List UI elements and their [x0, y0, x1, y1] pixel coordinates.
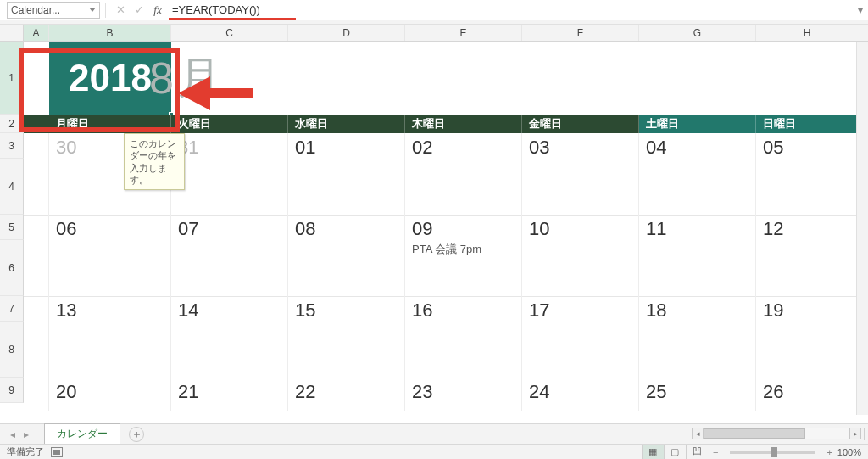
view-normal-button[interactable]: ▦: [642, 445, 664, 459]
row-header-5[interactable]: 5: [0, 215, 24, 240]
day-cell[interactable]: 14: [171, 296, 288, 378]
day-cell[interactable]: 23: [405, 378, 522, 411]
day-cell[interactable]: 31: [171, 133, 288, 215]
hscroll-left-icon[interactable]: ◂: [692, 428, 704, 439]
weekday-label: 金曜日: [529, 116, 562, 132]
day-cell[interactable]: 04: [639, 133, 756, 215]
day-cell[interactable]: 07: [171, 215, 288, 296]
col-A-spacer[interactable]: [24, 296, 49, 378]
day-cell[interactable]: 09 PTA 会議 7pm: [405, 215, 522, 296]
view-page-break-button[interactable]: 凹: [686, 445, 708, 459]
day-number: 02: [412, 137, 515, 159]
weekday-thu[interactable]: 木曜日: [405, 115, 522, 133]
day-cell[interactable]: 08: [288, 215, 405, 296]
tooltip-text: このカレンダーの年を入力します。: [130, 138, 176, 185]
horizontal-scrollbar[interactable]: ◂ ▸: [692, 428, 861, 439]
day-cell[interactable]: 18: [639, 296, 756, 378]
col-A-row1[interactable]: [24, 42, 49, 115]
name-box-dropdown-icon[interactable]: [89, 8, 96, 12]
day-cell[interactable]: 20: [49, 378, 171, 411]
month-cell[interactable]: 8月: [171, 42, 221, 115]
cancel-formula-button[interactable]: ✕: [111, 2, 130, 19]
calendar-week-3: 13 14 15 16 17 18 19: [24, 296, 868, 378]
day-cell[interactable]: 06: [49, 215, 171, 296]
day-cell[interactable]: 12: [756, 215, 868, 296]
weekday-sun[interactable]: 日曜日: [756, 115, 868, 133]
hscroll-right-icon[interactable]: ▸: [849, 428, 861, 439]
row-header-8[interactable]: 8: [0, 322, 24, 378]
col-header-F[interactable]: F: [522, 25, 639, 41]
col-header-B[interactable]: A: [24, 25, 49, 41]
day-cell[interactable]: 26: [756, 378, 868, 411]
tab-nav: ◂ ▸: [0, 428, 39, 440]
day-number: 24: [529, 381, 632, 403]
weekday-fri[interactable]: 金曜日: [522, 115, 639, 133]
hscroll-thumb[interactable]: [704, 428, 805, 439]
macro-record-icon[interactable]: [51, 447, 63, 457]
day-cell[interactable]: 17: [522, 296, 639, 378]
day-cell[interactable]: 05: [756, 133, 868, 215]
day-cell[interactable]: 02: [405, 133, 522, 215]
row-header-4[interactable]: 4: [0, 159, 24, 215]
day-number: 01: [295, 137, 398, 159]
day-cell[interactable]: 22: [288, 378, 405, 411]
col-header-B[interactable]: B: [49, 25, 171, 41]
day-number: 12: [763, 218, 861, 240]
day-cell[interactable]: 16: [405, 296, 522, 378]
row-header-6[interactable]: 6: [0, 240, 24, 296]
hscroll-track[interactable]: [704, 428, 849, 439]
day-cell[interactable]: 03: [522, 133, 639, 215]
row-header-1[interactable]: 1: [0, 42, 24, 115]
day-cell[interactable]: 24: [522, 378, 639, 411]
zoom-level[interactable]: 100%: [837, 447, 861, 457]
accept-formula-button[interactable]: ✓: [130, 2, 148, 19]
row-headers: 1 2 3 4 5 6 7 8 9: [0, 42, 24, 403]
new-sheet-button[interactable]: ＋: [129, 427, 144, 442]
tab-split[interactable]: [864, 428, 865, 440]
select-all-corner[interactable]: [0, 25, 24, 41]
day-cell[interactable]: 01: [288, 133, 405, 215]
zoom-in-button[interactable]: +: [826, 447, 832, 457]
day-cell[interactable]: 19: [756, 296, 868, 378]
zoom-slider[interactable]: [730, 451, 815, 454]
worksheet-grid[interactable]: 1 2 3 4 5 6 7 8 9 2018 8月 月曜日 火曜日 水曜日 木曜…: [0, 42, 868, 415]
day-cell[interactable]: 11: [639, 215, 756, 296]
row-header-7[interactable]: 7: [0, 296, 24, 322]
day-cell[interactable]: 15: [288, 296, 405, 378]
tab-nav-last-icon[interactable]: ▸: [20, 428, 32, 440]
col-header-H[interactable]: H: [756, 25, 858, 41]
sheet-tab-active[interactable]: カレンダー: [44, 423, 120, 445]
weekday-label: 土曜日: [646, 116, 679, 132]
month-number: 8: [149, 53, 174, 104]
weekday-tue[interactable]: 火曜日: [171, 115, 288, 133]
weekday-sat[interactable]: 土曜日: [639, 115, 756, 133]
day-cell[interactable]: 10: [522, 215, 639, 296]
view-page-layout-button[interactable]: ▢: [664, 445, 686, 459]
col-A-spacer[interactable]: [24, 133, 49, 215]
col-A-spacer[interactable]: [24, 378, 49, 411]
zoom-slider-knob[interactable]: [771, 447, 777, 457]
row-header-9[interactable]: 9: [0, 378, 24, 403]
col-header-D[interactable]: D: [288, 25, 405, 41]
day-number: 22: [295, 381, 398, 403]
insert-function-button[interactable]: fx: [148, 2, 167, 19]
row-header-2[interactable]: 2: [0, 115, 24, 133]
weekday-row: 月曜日 火曜日 水曜日 木曜日 金曜日 土曜日 日曜日: [24, 115, 868, 133]
col-header-E[interactable]: E: [405, 25, 522, 41]
col-A-spacer[interactable]: [24, 215, 49, 296]
weekday-wed[interactable]: 水曜日: [288, 115, 405, 133]
formula-input[interactable]: =YEAR(TODAY()): [167, 2, 853, 19]
weekday-mon[interactable]: 月曜日: [49, 115, 171, 133]
tab-nav-first-icon[interactable]: ◂: [7, 428, 19, 440]
vertical-scrollbar[interactable]: [856, 42, 868, 415]
day-cell[interactable]: 21: [171, 378, 288, 411]
row-header-3[interactable]: 3: [0, 133, 24, 159]
weekday-spacer: [24, 115, 49, 133]
formula-bar-expand-icon[interactable]: ▾: [853, 4, 868, 16]
zoom-out-button[interactable]: −: [713, 447, 718, 457]
col-header-C[interactable]: C: [171, 25, 288, 41]
col-header-G[interactable]: G: [639, 25, 756, 41]
day-cell[interactable]: 13: [49, 296, 171, 378]
day-cell[interactable]: 25: [639, 378, 756, 411]
name-box[interactable]: Calendar...: [7, 2, 100, 19]
